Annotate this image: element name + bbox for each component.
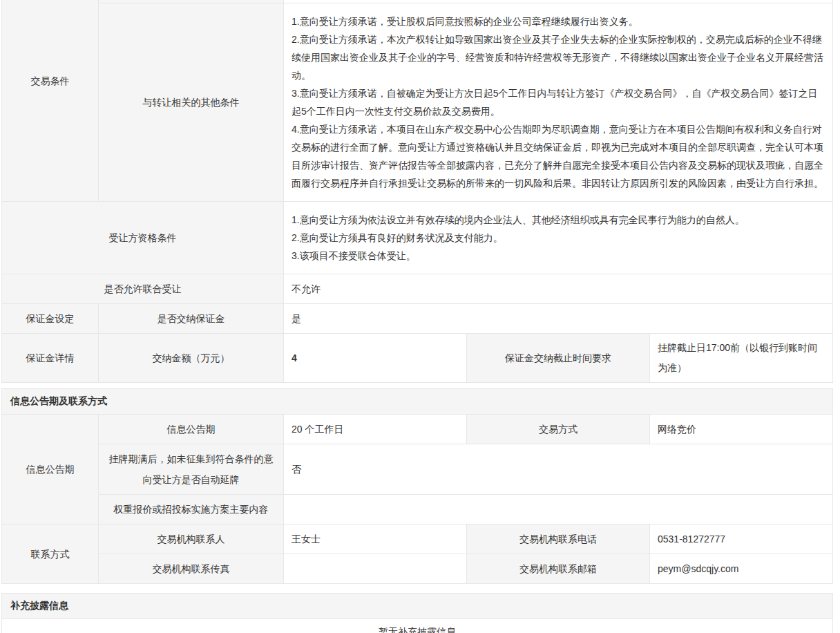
group-label-trade-conditions-text: 交易条件: [31, 70, 70, 91]
group-label-deposit-setting: 保证金设定: [2, 304, 98, 333]
supplementary-empty-text: 暂无补充披露信息: [379, 626, 456, 633]
field-label-weighted-quote: 权重报价或招投标实施方案主要内容: [98, 495, 283, 524]
field-value-period: 20 个工作日: [283, 415, 466, 444]
row-weighted-quote: 权重报价或招投标实施方案主要内容: [98, 494, 832, 524]
trade-conditions-table: 交易条件 与转让相关的其他条件 1.意向受让方须承诺，受让股权后同意按照标的企业…: [1, 0, 833, 383]
announcement-table: 信息公告期 信息公告期 20 个工作日 交易方式 网络竞价: [1, 415, 833, 584]
field-value-contact-email: peym@sdcqjy.com: [649, 554, 832, 583]
group-label-contact: 联系方式: [2, 525, 98, 583]
row-contact-fax: 交易机构联系传真 交易机构联系邮箱 peym@sdcqjy.com: [98, 554, 832, 583]
cutoff-row: [98, 0, 832, 3]
row-deposit-detail: 保证金详情 交纳金额（万元） 4 保证金交纳截止时间要求 挂牌截止日17:00前…: [2, 333, 832, 382]
field-label-joint-transfer: 是否允许联合受让: [2, 274, 283, 303]
field-label-auto-extend: 挂牌期满后，如未征集到符合条件的意向受让方是否自动延牌: [98, 444, 283, 494]
trade-conditions-band: 交易条件 与转让相关的其他条件 1.意向受让方须承诺，受让股权后同意按照标的企业…: [2, 0, 832, 201]
field-value-contact-fax: [283, 554, 466, 583]
field-value-other-conditions: 1.意向受让方须承诺，受让股权后同意按照标的企业公司章程继续履行出资义务。 2.…: [283, 3, 832, 201]
group-label-announcement-period: 信息公告期: [2, 415, 98, 524]
row-contact-person: 交易机构联系人 王女士 交易机构联系电话 0531-81272777: [98, 525, 832, 554]
field-value-deposit-amount: 4: [283, 334, 466, 382]
page-content: 交易条件 与转让相关的其他条件 1.意向受让方须承诺，受让股权后同意按照标的企业…: [1, 0, 833, 633]
row-pay-deposit: 保证金设定 是否交纳保证金 是: [2, 303, 832, 333]
field-label-contact-fax: 交易机构联系传真: [98, 554, 283, 583]
field-value-trade-method: 网络竞价: [649, 415, 832, 444]
section-header-announcement: 信息公告期及联系方式: [1, 388, 833, 415]
group-label-deposit-detail: 保证金详情: [2, 334, 98, 382]
row-announcement-period: 信息公告期 20 个工作日 交易方式 网络竞价: [98, 415, 832, 444]
field-label-contact-email: 交易机构联系邮箱: [466, 554, 649, 583]
field-label-contact-phone: 交易机构联系电话: [466, 525, 649, 554]
field-label-qualification: 受让方资格条件: [2, 202, 283, 274]
field-value-qualification: 1.意向受让方须为依法设立并有效存续的境内企业法人、其他经济组织或具有完全民事行…: [283, 202, 832, 274]
row-qualification: 受让方资格条件 1.意向受让方须为依法设立并有效存续的境内企业法人、其他经济组织…: [2, 201, 832, 274]
field-label-pay-deposit: 是否交纳保证金: [98, 304, 283, 333]
group-label-trade-conditions: 交易条件: [2, 0, 98, 201]
row-other-conditions: 与转让相关的其他条件 1.意向受让方须承诺，受让股权后同意按照标的企业公司章程继…: [98, 3, 832, 201]
contact-band: 联系方式 交易机构联系人 王女士 交易机构联系电话 0531-81272777: [2, 524, 832, 583]
field-label-contact-person: 交易机构联系人: [98, 525, 283, 554]
row-joint-transfer: 是否允许联合受让 不允许: [2, 274, 832, 303]
announcement-band: 信息公告期 信息公告期 20 个工作日 交易方式 网络竞价: [2, 415, 832, 524]
supplementary-empty-row: 暂无补充披露信息: [2, 619, 832, 633]
section-header-supplementary: 补充披露信息: [1, 593, 833, 619]
field-value-pay-deposit: 是: [283, 304, 832, 333]
field-value-auto-extend: 否: [283, 444, 832, 494]
field-label-trade-method: 交易方式: [466, 415, 649, 444]
field-label-other-conditions: 与转让相关的其他条件: [98, 3, 283, 201]
cutoff-row-value-cell: [283, 0, 832, 3]
field-value-deposit-deadline: 挂牌截止日17:00前（以银行到账时间为准）: [649, 334, 832, 382]
field-label-period: 信息公告期: [98, 415, 283, 444]
field-label-deposit-deadline: 保证金交纳截止时间要求: [466, 334, 649, 382]
row-auto-extend: 挂牌期满后，如未征集到符合条件的意向受让方是否自动延牌 否: [98, 444, 832, 494]
cutoff-row-label-cell: [98, 0, 283, 3]
supplementary-table: 暂无补充披露信息: [1, 619, 833, 633]
field-value-joint-transfer: 不允许: [283, 274, 832, 303]
field-value-weighted-quote: [283, 495, 832, 524]
field-value-contact-phone: 0531-81272777: [649, 525, 832, 554]
field-value-contact-person: 王女士: [283, 525, 466, 554]
field-label-deposit-amount: 交纳金额（万元）: [98, 334, 283, 382]
